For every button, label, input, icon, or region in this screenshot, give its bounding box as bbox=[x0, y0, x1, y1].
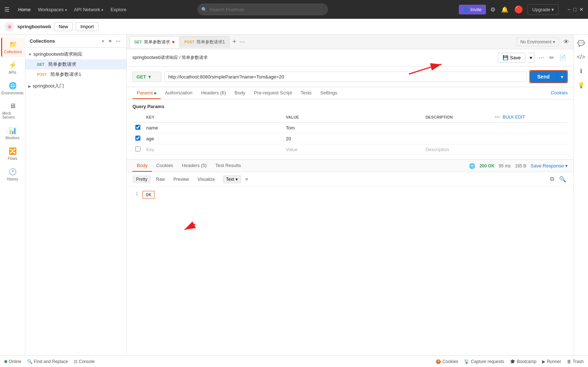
info-icon[interactable]: ℹ bbox=[578, 65, 584, 77]
row-checkbox[interactable] bbox=[135, 125, 140, 130]
upgrade-button[interactable]: Upgrade ▾ bbox=[528, 4, 559, 15]
close-button[interactable]: ✕ bbox=[579, 7, 584, 12]
add-tab-button[interactable]: + bbox=[230, 38, 238, 46]
maximize-button[interactable]: □ bbox=[574, 7, 576, 12]
more-icon[interactable]: ⋯ bbox=[495, 114, 500, 120]
lightbulb-icon[interactable]: 💡 bbox=[575, 80, 587, 91]
comment-icon[interactable]: 💬 bbox=[575, 38, 587, 49]
search-input[interactable] bbox=[198, 4, 328, 15]
description-input[interactable] bbox=[426, 136, 565, 141]
bulk-edit-button[interactable]: Bulk Edit bbox=[503, 115, 525, 120]
console-button[interactable]: ⊡ Console bbox=[74, 359, 95, 364]
sidebar-item-collections[interactable]: 📁 Collections bbox=[1, 38, 24, 57]
nav-home[interactable]: Home bbox=[15, 5, 34, 14]
params-table: KEY VALUE DESCRIPTION ⋯ Bulk Edit bbox=[132, 112, 568, 155]
doc-icon[interactable]: 📄 bbox=[558, 53, 568, 63]
cookies-label: Cookies bbox=[443, 359, 458, 364]
tab-settings[interactable]: Settings bbox=[316, 87, 342, 99]
resp-tab-test-results[interactable]: Test Results bbox=[211, 160, 245, 172]
search-response-icon[interactable]: 🔍 bbox=[558, 174, 568, 184]
sidebar-item-flows[interactable]: 🔀 Flows bbox=[1, 144, 24, 163]
sidebar-item-history[interactable]: 🕐 History bbox=[1, 165, 24, 184]
nav-workspaces[interactable]: Workspaces ▾ bbox=[35, 5, 70, 14]
description-input[interactable] bbox=[426, 125, 565, 131]
send-chevron-button[interactable]: ▾ bbox=[557, 71, 567, 82]
avatar-icon[interactable]: 🔴 bbox=[513, 4, 525, 15]
list-item[interactable]: POST 简单参数请求1 bbox=[25, 69, 126, 80]
key-input[interactable] bbox=[146, 125, 280, 131]
online-status[interactable]: Online bbox=[4, 359, 21, 364]
key-input[interactable] bbox=[146, 147, 280, 152]
resp-visualize-tab[interactable]: Visualize bbox=[194, 175, 219, 183]
method-selector[interactable]: GET ▾ bbox=[132, 72, 161, 82]
sidebar-item-monitors[interactable]: 📊 Monitors bbox=[1, 124, 24, 143]
filter-icon[interactable]: ≡ bbox=[107, 38, 113, 44]
response-value: OK bbox=[143, 191, 155, 199]
tab-headers[interactable]: Headers (6) bbox=[197, 87, 230, 99]
list-item[interactable]: GET 简单参数请求 bbox=[25, 59, 126, 69]
notifications-icon[interactable]: 🔔 bbox=[500, 5, 510, 14]
tab-post-request[interactable]: POST 简单参数请求1 bbox=[180, 36, 230, 48]
minimize-button[interactable]: − bbox=[567, 7, 570, 12]
row-checkbox[interactable] bbox=[135, 146, 140, 152]
copy-icon[interactable]: ⧉ bbox=[549, 174, 555, 184]
response-type-selector[interactable]: Text ▾ bbox=[223, 175, 241, 183]
runner-button[interactable]: ▶ Runner bbox=[542, 359, 561, 364]
tab-body[interactable]: Body bbox=[230, 87, 250, 99]
save-response-button[interactable]: Save Response ▾ bbox=[531, 163, 568, 168]
resp-preview-tab[interactable]: Preview bbox=[170, 175, 193, 183]
environment-selector[interactable]: No Environment ▾ bbox=[516, 38, 559, 46]
key-column-header: KEY bbox=[143, 112, 283, 123]
row-checkbox[interactable] bbox=[135, 136, 140, 141]
resp-tab-cookies[interactable]: Cookies bbox=[152, 160, 178, 172]
settings-icon[interactable]: ⚙ bbox=[489, 5, 497, 14]
bootcamp-button[interactable]: 🎓 Bootcamp bbox=[510, 359, 536, 364]
key-input[interactable] bbox=[146, 136, 280, 141]
capture-requests-button[interactable]: 📡 Capture requests bbox=[464, 359, 504, 364]
more-icon[interactable]: ⋯ bbox=[537, 53, 546, 63]
cookies-link[interactable]: Cookies bbox=[551, 87, 568, 99]
invite-button[interactable]: 👤 Invite bbox=[459, 5, 486, 14]
description-input[interactable] bbox=[426, 147, 565, 152]
tab-authorization[interactable]: Authorization bbox=[161, 87, 197, 99]
capture-icon: 📡 bbox=[464, 359, 469, 364]
value-input[interactable] bbox=[286, 125, 420, 131]
tab-modified-dot bbox=[172, 41, 174, 43]
trash-button[interactable]: 🗑 Trash bbox=[567, 359, 584, 364]
save-button[interactable]: 💾 Save bbox=[498, 53, 525, 63]
sidebar-item-environments[interactable]: 🌐 Environments bbox=[1, 79, 24, 98]
collection-root[interactable]: ▼ springbootweb请求响应 bbox=[25, 49, 126, 59]
more-tabs-button[interactable]: ⋯ bbox=[239, 38, 245, 45]
nav-explore[interactable]: Explore bbox=[107, 5, 129, 14]
find-replace-button[interactable]: 🔍 Find and Replace bbox=[27, 359, 68, 364]
import-button[interactable]: Import bbox=[76, 22, 98, 31]
resp-pretty-tab[interactable]: Pretty bbox=[132, 175, 151, 183]
value-input[interactable] bbox=[286, 136, 420, 141]
cookies-bottom-button[interactable]: 🍪 Cookies bbox=[436, 359, 458, 364]
resp-tab-headers[interactable]: Headers (5) bbox=[178, 160, 211, 172]
new-button[interactable]: New bbox=[54, 22, 73, 31]
apis-label: APIs bbox=[9, 71, 16, 74]
save-chevron-button[interactable]: ▾ bbox=[528, 53, 535, 63]
url-input[interactable] bbox=[164, 72, 526, 82]
sidebar-item-apis[interactable]: ⚡ APIs bbox=[1, 58, 24, 77]
edit-icon[interactable]: ✏ bbox=[548, 53, 555, 63]
tab-tests[interactable]: Tests bbox=[296, 87, 316, 99]
code-icon[interactable]: </> bbox=[575, 52, 587, 63]
console-label: Console bbox=[79, 359, 95, 364]
sub-collection[interactable]: ▶ springboot入门 bbox=[25, 81, 126, 91]
more-options-icon[interactable]: ⋯ bbox=[114, 38, 122, 44]
menu-icon[interactable]: ☰ bbox=[4, 6, 9, 13]
send-button[interactable]: Send bbox=[530, 71, 557, 82]
tab-params[interactable]: Params bbox=[132, 87, 161, 99]
add-collection-icon[interactable]: + bbox=[100, 38, 106, 44]
resp-raw-tab[interactable]: Raw bbox=[152, 175, 168, 183]
environment-settings-icon[interactable]: 👁 bbox=[562, 37, 571, 47]
value-input[interactable] bbox=[286, 147, 420, 152]
tab-get-request[interactable]: GET 简单参数请求 bbox=[130, 36, 179, 48]
tab-pre-request-script[interactable]: Pre-request Script bbox=[250, 87, 296, 99]
sidebar-item-mock-servers[interactable]: 🖥 Mock Servers bbox=[1, 99, 24, 122]
wrap-icon[interactable]: ≡ bbox=[245, 176, 248, 182]
nav-api-network[interactable]: API Network ▾ bbox=[71, 5, 106, 14]
resp-tab-body[interactable]: Body bbox=[132, 160, 152, 172]
